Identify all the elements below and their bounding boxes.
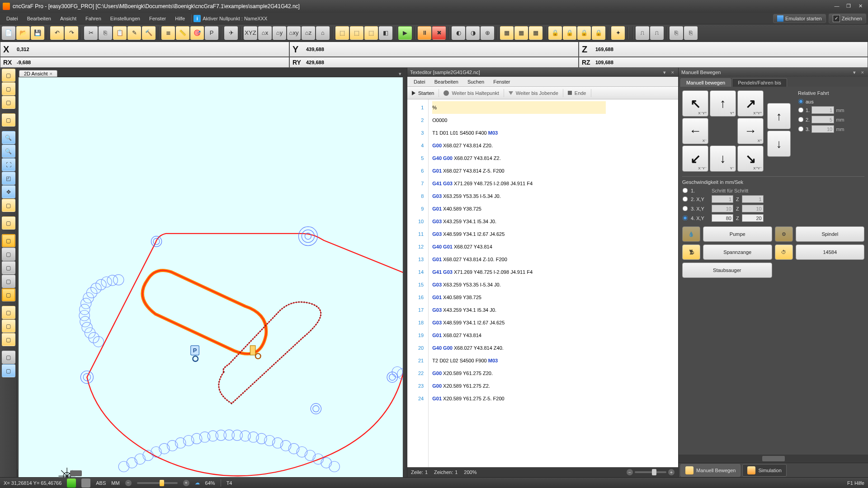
lock2-button[interactable]: 🔒	[563, 26, 576, 40]
speed-xy-3[interactable]	[712, 205, 733, 212]
speed-z-4[interactable]	[742, 214, 764, 222]
lock1-button[interactable]: 🔒	[548, 26, 562, 40]
probe-button[interactable]: 🎯	[190, 26, 204, 40]
pump-button[interactable]: Pumpe	[703, 226, 772, 242]
shaded-button[interactable]: ▢	[2, 364, 15, 377]
bottom-tab-manual[interactable]: Manuell Bewegen	[680, 464, 741, 477]
cube3-button[interactable]: ▢	[2, 333, 15, 346]
jog-se-button[interactable]: ↘X⁺Y⁻	[737, 145, 764, 172]
feed-minus-button[interactable]: −	[125, 480, 132, 486]
home-xy-button[interactable]: ⌂xy	[287, 26, 301, 40]
txt-menu-search[interactable]: Suchen	[463, 78, 489, 85]
status-link-icon[interactable]	[81, 479, 90, 488]
ref3-button[interactable]: ⬚	[364, 26, 378, 40]
tab-2d-view[interactable]: 2D Ansicht×	[19, 70, 57, 77]
txt-menu-edit[interactable]: Bearbeiten	[430, 78, 463, 85]
paste-button[interactable]: 📋	[113, 26, 127, 40]
manual-hscrollbar[interactable]	[679, 455, 868, 463]
home-all-button[interactable]: ⌂	[316, 26, 330, 40]
horizontal-scrollbar[interactable]: ◄►	[17, 469, 404, 477]
speed-icon-button[interactable]: ⏱	[775, 244, 793, 260]
rel-radio-1[interactable]	[798, 108, 804, 113]
speed-z-3[interactable]	[742, 205, 764, 212]
panel-close-icon[interactable]	[860, 70, 865, 75]
ref1-button[interactable]: ⬚	[335, 26, 349, 40]
spindle-button[interactable]: Spindel	[796, 226, 865, 242]
ref2-button[interactable]: ⬚	[350, 26, 363, 40]
view-top-button[interactable]: ▢	[2, 113, 15, 127]
zoom-out-button[interactable]: 🔍	[2, 145, 15, 158]
measure-button[interactable]: 📏	[176, 26, 189, 40]
jet-button[interactable]: ✈	[224, 26, 238, 40]
menu-help[interactable]: Hilfe	[170, 14, 189, 23]
t4-button[interactable]: ⎘	[684, 26, 698, 40]
clamp-button[interactable]: Spannzange	[703, 244, 772, 260]
iso5-button[interactable]: ▢	[2, 288, 15, 301]
speed-xy-2[interactable]	[712, 195, 733, 203]
cube2-button[interactable]: ▢	[2, 319, 15, 333]
rotate-button[interactable]: ▢	[2, 199, 15, 212]
speed-radio-4[interactable]	[683, 216, 688, 221]
cube-button[interactable]: ◧	[379, 26, 392, 40]
iso1-button[interactable]: ▢	[2, 234, 15, 247]
bottom-tab-simulation[interactable]: Simulation	[742, 464, 786, 477]
rel-dist-3[interactable]	[811, 125, 834, 133]
txt-start-button[interactable]: Starten	[407, 89, 439, 97]
panel-close-icon[interactable]	[670, 70, 675, 75]
code-editor[interactable]: 123456789101112131415161718192021222324 …	[407, 99, 678, 467]
zoom-window-button[interactable]: ◰	[2, 172, 15, 185]
jog-e-button[interactable]: →X⁺	[737, 118, 764, 144]
spindle-icon-button[interactable]: ⚙	[775, 226, 793, 242]
opt2-button[interactable]: ◑	[466, 26, 480, 40]
play-button[interactable]: ▶	[398, 26, 412, 40]
iso3-button[interactable]: ▢	[2, 261, 15, 274]
speed-radio-3[interactable]	[683, 206, 688, 211]
rel-dist-2[interactable]	[811, 116, 834, 123]
jog-n-button[interactable]: ↑Y⁺	[710, 90, 736, 117]
redo-button[interactable]: ↷	[65, 26, 78, 40]
speed-z-2[interactable]	[742, 195, 764, 203]
rel-dist-1[interactable]	[811, 106, 834, 114]
menu-file[interactable]: Datei	[2, 14, 23, 23]
grid1-button[interactable]: ▦	[500, 26, 514, 40]
vacuum-button[interactable]: Staubsauger	[682, 263, 772, 278]
wire-button[interactable]: ▢	[2, 351, 15, 364]
park-button[interactable]: P	[205, 26, 218, 40]
pump-icon-button[interactable]: 💧	[682, 226, 700, 242]
grid3-button[interactable]: ▦	[529, 26, 542, 40]
cut-button[interactable]: ✂	[84, 26, 98, 40]
select-button[interactable]: ▢	[2, 69, 15, 82]
jog-nw-button[interactable]: ↖X⁻Y⁺	[682, 90, 708, 117]
jog-w-button[interactable]: ←X⁻	[682, 118, 708, 144]
speed-xy-4[interactable]	[712, 214, 733, 222]
pan-button[interactable]: ✥	[2, 185, 15, 198]
restore-button[interactable]: ❐	[844, 3, 854, 10]
cube1-button[interactable]: ▢	[2, 306, 15, 319]
feed-slider[interactable]	[137, 482, 178, 484]
iso2-button[interactable]: ▢	[2, 248, 15, 261]
txt-continue-breakpoint-button[interactable]: Weiter bis Haltepunkt	[439, 89, 504, 97]
view-iso-button[interactable]: ▢	[2, 96, 15, 109]
2d-canvas[interactable]: P	[19, 77, 403, 488]
zoom-in-button[interactable]: 🔍	[2, 131, 15, 144]
layers-button[interactable]: ≣	[161, 26, 175, 40]
t2-button[interactable]: ⎍	[650, 26, 664, 40]
home-y-button[interactable]: ⌂y	[273, 26, 286, 40]
speed-radio-1[interactable]	[683, 188, 688, 193]
opt3-button[interactable]: ⊕	[481, 26, 494, 40]
opt1-button[interactable]: ◐	[452, 26, 465, 40]
status-connection-icon[interactable]	[67, 479, 76, 488]
pause-button[interactable]: ⏸	[418, 26, 431, 40]
jog-z-up-button[interactable]: ↑Z⁺	[767, 103, 791, 129]
stop-button[interactable]: ✖	[432, 26, 446, 40]
edit-tool-button[interactable]: ✎	[127, 26, 141, 40]
speed-radio-2[interactable]	[683, 197, 688, 202]
menu-window[interactable]: Fenster	[145, 14, 170, 23]
zoom-out-button[interactable]: −	[627, 469, 633, 475]
menu-edit[interactable]: Bearbeiten	[23, 14, 56, 23]
lock4-button[interactable]: 🔒	[592, 26, 605, 40]
home-z-button[interactable]: ⌂z	[302, 26, 315, 40]
menu-view[interactable]: Ansicht	[56, 14, 81, 23]
home-x-button[interactable]: ⌂x	[258, 26, 272, 40]
tool-list-button[interactable]: ▢	[2, 216, 15, 230]
